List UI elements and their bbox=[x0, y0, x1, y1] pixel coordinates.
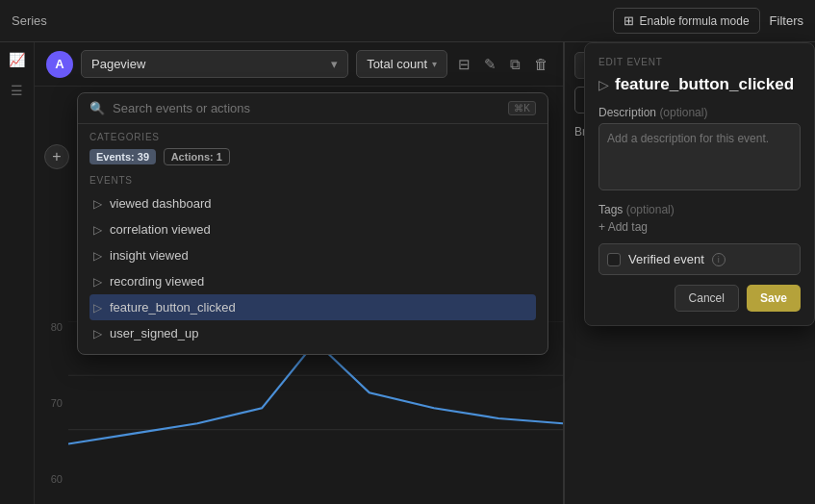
event-cursor-icon: ▷ bbox=[93, 249, 102, 263]
verified-info-icon[interactable]: i bbox=[712, 253, 726, 266]
chevron-down-icon: ▾ bbox=[432, 59, 437, 69]
cursor-icon: ▷ bbox=[599, 77, 609, 92]
event-cursor-icon: ▷ bbox=[93, 327, 102, 340]
filter-icon-button[interactable]: ⊟ bbox=[455, 53, 473, 76]
sidebar-icon-graph[interactable]: 📈 bbox=[9, 52, 25, 67]
verified-event-row: Verified event i bbox=[599, 243, 801, 275]
y-axis-labels: 80 70 60 bbox=[35, 321, 68, 485]
search-input[interactable] bbox=[113, 101, 500, 115]
description-textarea[interactable] bbox=[599, 123, 801, 190]
events-section-label: EVENTS bbox=[89, 175, 536, 186]
event-search-dropdown: 🔍 ⌘K CATEGORIES Events: 39 Actions: 1 EV… bbox=[77, 92, 548, 355]
left-panel: A Pageview ▾ Total count ▾ ⊟ ✎ ⧉ 🗑 + 🔍 ⌘… bbox=[35, 42, 564, 504]
cancel-button[interactable]: Cancel bbox=[675, 285, 739, 312]
keyboard-shortcut-icon: ⌘K bbox=[508, 101, 536, 115]
copy-icon-button[interactable]: ⧉ bbox=[507, 53, 523, 76]
search-box: 🔍 ⌘K bbox=[78, 93, 548, 124]
left-sidebar: 📈 ☰ bbox=[0, 42, 35, 504]
list-item[interactable]: ▷ recording viewed bbox=[89, 268, 536, 294]
list-item[interactable]: ▷ viewed dashboard bbox=[89, 190, 536, 216]
event-cursor-icon: ▷ bbox=[93, 223, 102, 237]
search-icon: 🔍 bbox=[89, 101, 105, 115]
event-cursor-icon: ▷ bbox=[93, 275, 102, 289]
event-list: ▷ viewed dashboard ▷ correlation viewed … bbox=[89, 190, 536, 346]
verified-checkbox[interactable] bbox=[607, 253, 621, 266]
categories-label: CATEGORIES bbox=[89, 132, 536, 142]
series-label: Series bbox=[12, 13, 47, 28]
tags-section: Tags (optional) + Add tag bbox=[599, 203, 801, 234]
edit-icon-button[interactable]: ✎ bbox=[481, 53, 499, 76]
event-select-dropdown[interactable]: Pageview ▾ bbox=[81, 50, 348, 78]
chevron-down-icon: ▾ bbox=[331, 57, 338, 71]
actions-badge[interactable]: Actions: 1 bbox=[164, 148, 230, 165]
list-item[interactable]: ▷ correlation viewed bbox=[89, 216, 536, 242]
edit-event-section-label: EDIT EVENT bbox=[599, 57, 801, 67]
avatar: A bbox=[46, 51, 73, 78]
edit-event-title-row: ▷ feature_button_clicked bbox=[599, 75, 801, 94]
add-tag-button[interactable]: + Add tag bbox=[599, 220, 648, 234]
top-bar: Series ⊞ Enable formula mode Filters bbox=[0, 0, 815, 42]
event-cursor-icon: ▷ bbox=[93, 301, 102, 315]
dropdown-body: CATEGORIES Events: 39 Actions: 1 EVENTS … bbox=[78, 124, 548, 354]
edit-event-name: feature_button_clicked bbox=[615, 75, 794, 94]
delete-icon-button[interactable]: 🗑 bbox=[531, 53, 551, 75]
list-item[interactable]: ▷ insight viewed bbox=[89, 242, 536, 268]
total-count-button[interactable]: Total count ▾ bbox=[356, 50, 447, 78]
sidebar-icon-list[interactable]: ☰ bbox=[11, 83, 23, 98]
list-item[interactable]: ▷ user_signed_up bbox=[89, 320, 536, 346]
tags-label: Tags (optional) bbox=[599, 203, 801, 216]
edit-event-panel: EDIT EVENT ▷ feature_button_clicked Desc… bbox=[584, 42, 815, 326]
description-label: Description (optional) bbox=[599, 106, 801, 119]
events-badge[interactable]: Events: 39 bbox=[89, 149, 156, 164]
y-label: 80 bbox=[51, 321, 63, 333]
y-label: 70 bbox=[51, 397, 63, 409]
save-button[interactable]: Save bbox=[747, 285, 801, 312]
event-cursor-icon: ▷ bbox=[93, 197, 102, 211]
verified-label: Verified event bbox=[628, 252, 704, 266]
series-row: A Pageview ▾ Total count ▾ ⊟ ✎ ⧉ 🗑 bbox=[35, 42, 563, 87]
list-item-selected[interactable]: ▷ feature_button_clicked bbox=[89, 294, 536, 320]
y-label: 60 bbox=[51, 473, 63, 485]
add-series-button[interactable]: + bbox=[44, 144, 69, 169]
formula-mode-button[interactable]: ⊞ Enable formula mode bbox=[613, 8, 760, 34]
formula-icon: ⊞ bbox=[624, 13, 634, 28]
action-buttons: Cancel Save bbox=[599, 285, 801, 312]
filters-label: Filters bbox=[770, 13, 803, 28]
